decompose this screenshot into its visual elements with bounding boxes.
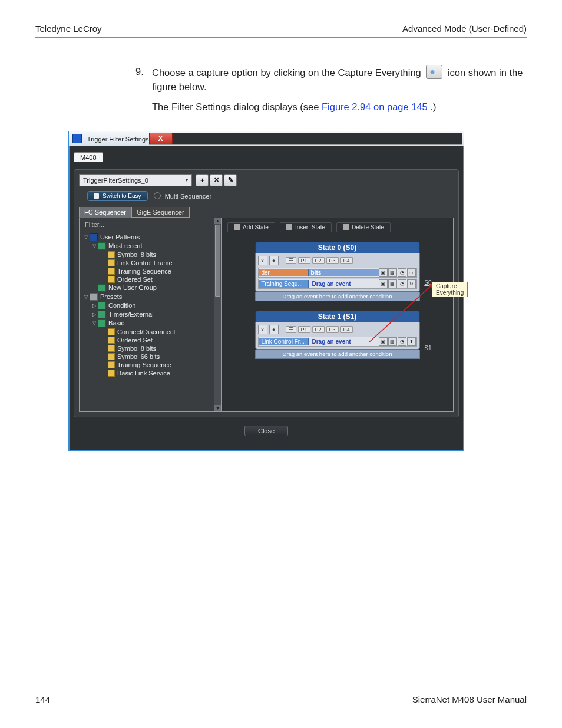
state-1-port-p3[interactable]: P3 xyxy=(326,326,339,333)
state-1-port-p2[interactable]: P2 xyxy=(312,326,325,333)
state-1-port-selector[interactable]: ☰ xyxy=(286,326,296,333)
app-icon xyxy=(72,134,82,143)
add-settings-button[interactable]: ＋ xyxy=(196,174,209,186)
scroll-down-button[interactable]: ▼ xyxy=(214,405,221,411)
tab-gige-sequencer[interactable]: GigE Sequencer xyxy=(131,207,190,218)
add-state-icon xyxy=(234,224,240,230)
step-number: 9. xyxy=(135,65,152,120)
multi-sequencer-option[interactable]: Multi Sequencer xyxy=(154,192,212,200)
scroll-up-button[interactable]: ▲ xyxy=(214,218,221,224)
tree-basic[interactable]: ▽Basic xyxy=(82,319,221,328)
tree-most-recent[interactable]: ▽Most recent xyxy=(82,242,221,251)
tree-timers-external[interactable]: ▷Timers/External xyxy=(82,310,221,319)
radio-icon xyxy=(154,192,161,199)
header-left: Teledyne LeCroy xyxy=(35,24,102,34)
state-0-tool-filter[interactable]: Y xyxy=(258,256,267,265)
figure-ref-link[interactable]: Figure 2.94 on page 145 xyxy=(322,101,428,112)
tree-basic-link-service[interactable]: Basic Link Service xyxy=(82,369,221,377)
state-0-tool-capture[interactable]: ● xyxy=(269,256,279,265)
tree-presets[interactable]: ▽Presets xyxy=(82,292,221,301)
tree-symbol-8-bits-b[interactable]: Symbol 8 bits xyxy=(82,344,221,353)
state-0-port-p3[interactable]: P3 xyxy=(326,257,339,264)
state-0-port-p1[interactable]: P1 xyxy=(298,257,310,264)
tree-link-control-frame[interactable]: Link Control Frame xyxy=(82,259,221,267)
trigger-filter-dialog: Trigger Filter Settings X M408 TriggerFi… xyxy=(68,131,464,451)
window-close-button[interactable]: X xyxy=(149,133,173,144)
delete-state-button[interactable]: Delete State xyxy=(336,222,391,232)
state-0-port-selector[interactable]: ☰ xyxy=(286,257,296,264)
tree-new-user-group[interactable]: New User Group xyxy=(82,284,221,292)
edit-settings-button[interactable]: ✎ xyxy=(224,174,237,186)
dialog-title: Trigger Filter Settings xyxy=(72,134,149,143)
add-state-button[interactable]: Add State xyxy=(227,222,275,232)
tree-symbol-66-bits[interactable]: Symbol 66 bits xyxy=(82,353,221,361)
tree-symbol-8-bits-a[interactable]: Symbol 8 bits xyxy=(82,251,221,259)
switch-icon xyxy=(94,193,99,199)
state-1-dropzone[interactable]: Drag an event here to add another condit… xyxy=(255,350,420,359)
insert-state-icon xyxy=(286,224,292,230)
dialog-close-button[interactable]: Close xyxy=(244,426,288,436)
state-0-port-p4[interactable]: P4 xyxy=(340,257,353,264)
state-1-port-p4[interactable]: P4 xyxy=(340,326,353,333)
remove-settings-button[interactable]: ✕ xyxy=(210,174,223,186)
tree-filter-input[interactable]: Filter... xyxy=(82,220,219,229)
settings-name-dropdown[interactable]: TriggerFilterSettings_0 xyxy=(79,174,192,186)
tree-user-patterns[interactable]: ▽User Patterns xyxy=(82,233,221,242)
tree-scrollbar[interactable]: ▲ ▼ xyxy=(214,218,221,411)
step-text-2: The Filter Settings dialog displays (see… xyxy=(152,100,527,114)
state-1-port-p1[interactable]: P1 xyxy=(298,326,310,333)
step-text-1: Choose a capture option by clicking on t… xyxy=(152,65,527,94)
capture-everything-tooltip: Capture Everything xyxy=(432,282,468,297)
state-1-tool-capture[interactable]: ● xyxy=(269,325,279,334)
tree-connect-disconnect[interactable]: Connect/Disconnect xyxy=(82,328,221,336)
state-1-tool-filter[interactable]: Y xyxy=(258,325,267,334)
scroll-thumb[interactable] xyxy=(215,225,220,297)
tree-ordered-set-b[interactable]: Ordered Set xyxy=(82,336,221,344)
pattern-tree: ▽User Patterns ▽Most recent Symbol 8 bit… xyxy=(80,232,221,411)
header-right: Advanced Mode (User-Defined) xyxy=(402,24,527,34)
tab-m408[interactable]: M408 xyxy=(74,152,103,162)
capture-everything-icon xyxy=(426,65,442,79)
svg-line-0 xyxy=(369,284,434,342)
page-number: 144 xyxy=(35,694,50,704)
insert-state-button[interactable]: Insert State xyxy=(280,222,332,232)
tab-fc-sequencer[interactable]: FC Sequencer xyxy=(79,207,131,218)
delete-state-icon xyxy=(343,224,349,230)
doc-title: SierraNet M408 User Manual xyxy=(412,694,527,704)
switch-to-easy-button[interactable]: Switch to Easy xyxy=(87,191,148,201)
tree-training-sequence-a[interactable]: Training Sequence xyxy=(82,267,221,275)
tree-training-sequence-b[interactable]: Training Sequence xyxy=(82,361,221,369)
tree-ordered-set-a[interactable]: Ordered Set xyxy=(82,275,221,284)
state-0-port-p2[interactable]: P2 xyxy=(312,257,325,264)
tree-condition[interactable]: ▷Condition xyxy=(82,301,221,310)
